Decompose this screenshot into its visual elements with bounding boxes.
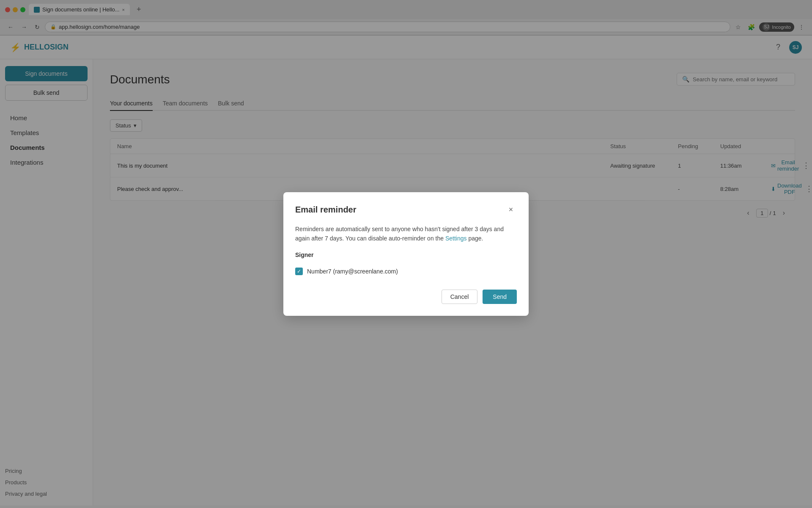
signer-section-title: Signer <box>295 251 517 258</box>
cancel-button[interactable]: Cancel <box>442 290 478 304</box>
send-button[interactable]: Send <box>483 290 517 304</box>
email-reminder-modal: Email reminder × Reminders are automatic… <box>283 192 529 316</box>
signer-section: Signer ✓ Number7 (ramy@screenlane.com) <box>295 251 517 279</box>
modal-text-after: page. <box>467 235 483 242</box>
signer-checkbox[interactable]: ✓ <box>295 268 303 275</box>
modal-close-button[interactable]: × <box>505 204 517 216</box>
modal-overlay[interactable]: Email reminder × Reminders are automatic… <box>0 0 812 505</box>
signer-item: ✓ Number7 (ramy@screenlane.com) <box>295 263 517 279</box>
settings-link[interactable]: Settings <box>445 235 467 242</box>
modal-body: Reminders are automatically sent to anyo… <box>295 224 517 280</box>
modal-header: Email reminder × <box>295 204 517 216</box>
modal-title: Email reminder <box>295 205 357 215</box>
signer-name: Number7 (ramy@screenlane.com) <box>307 268 398 275</box>
modal-footer: Cancel Send <box>295 290 517 304</box>
checkmark-icon: ✓ <box>297 268 301 274</box>
modal-description: Reminders are automatically sent to anyo… <box>295 224 517 243</box>
